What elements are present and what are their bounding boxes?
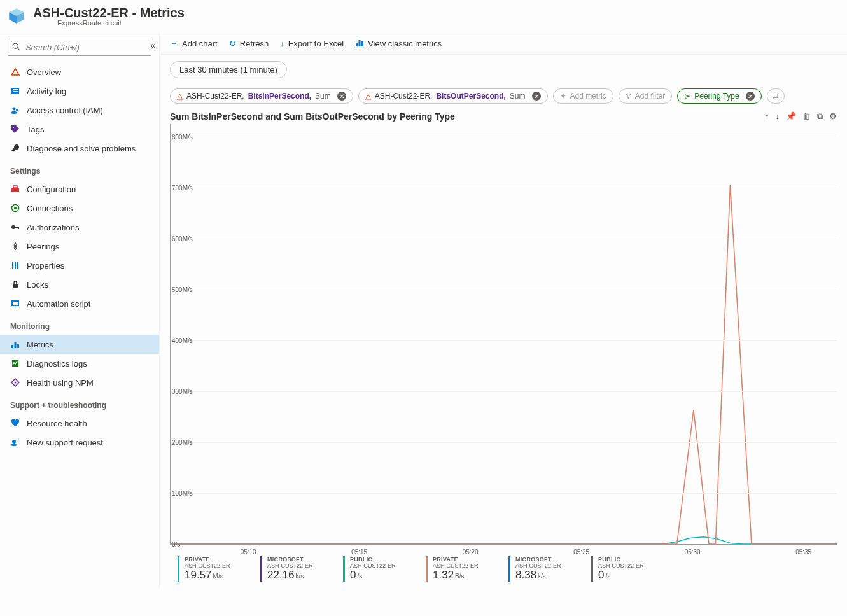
tag-icon [10, 124, 20, 134]
sidebar-item-diagnose-and-solve-problems[interactable]: Diagnose and solve problems [0, 139, 159, 158]
swap-axes-button[interactable]: ⇄ [767, 88, 785, 104]
move-down-icon[interactable]: ↓ [776, 111, 780, 122]
add-metric-button[interactable]: ✦ Add metric [553, 88, 613, 104]
add-filter-button[interactable]: ⋎ Add filter [619, 88, 672, 104]
sidebar-item-tags[interactable]: Tags [0, 120, 159, 139]
sidebar-item-automation-script[interactable]: Automation script [0, 294, 159, 313]
key-icon [10, 222, 20, 232]
x-axis-tick: 05:20 [463, 549, 479, 556]
metric-chip-bitsout[interactable]: △ ASH-Cust22-ER, BitsOutPerSecond, Sum ✕ [358, 88, 548, 104]
view-classic-button[interactable]: View classic metrics [355, 38, 442, 49]
svg-rect-23 [12, 262, 13, 269]
svg-point-9 [13, 108, 16, 111]
sidebar-item-diagnostics-logs[interactable]: Diagnostics logs [0, 354, 159, 373]
legend-category: PUBLIC [350, 556, 410, 563]
legend-item[interactable]: PUBLICASH-CUST22-ER0/s [343, 556, 410, 582]
chart-title: Sum BitsInPerSecond and Sum BitsOutPerSe… [170, 111, 455, 122]
svg-rect-8 [13, 91, 18, 92]
sidebar-item-new-support-request[interactable]: +New support request [0, 433, 159, 452]
time-range-picker[interactable]: Last 30 minutes (1 minute) [170, 61, 287, 78]
add-filter-label: Add filter [635, 92, 665, 101]
sidebar-item-label: Diagnostics logs [27, 359, 87, 368]
svg-rect-40 [361, 41, 363, 46]
bar-chart-icon [355, 38, 364, 49]
grid-line [171, 137, 837, 137]
sidebar-item-health-using-npm[interactable]: Health using NPM [0, 373, 159, 392]
chip-resource: ASH-Cust22-ER, [186, 92, 244, 101]
x-axis-tick: 05:10 [241, 549, 256, 556]
y-axis-tick: 700M/s [172, 184, 193, 191]
splitting-label: Peering Type [694, 92, 739, 101]
sidebar-item-access-control-iam-[interactable]: Access control (IAM) [0, 101, 159, 120]
collapse-icon[interactable]: « [150, 40, 155, 50]
svg-marker-5 [11, 69, 19, 75]
sidebar-item-label: Activity log [27, 87, 66, 96]
settings-icon[interactable]: ⚙ [829, 111, 837, 122]
refresh-icon: ↻ [229, 39, 236, 48]
main-content: ＋ Add chart ↻ Refresh ↓ Export to Excel … [160, 32, 847, 588]
swap-icon: ⇄ [773, 92, 779, 101]
sidebar-item-overview[interactable]: Overview [0, 62, 159, 81]
svg-point-17 [14, 207, 17, 209]
close-icon[interactable]: ✕ [532, 92, 541, 101]
cube-icon [8, 7, 25, 25]
triangle-icon [10, 67, 20, 77]
grid-line [171, 391, 837, 392]
peerings-icon [10, 241, 20, 251]
sidebar-item-configuration[interactable]: Configuration [0, 179, 159, 199]
y-axis-tick: 800M/s [172, 133, 193, 140]
legend-item[interactable]: MICROSOFTASH-CUST22-ER8.38k/s [508, 556, 576, 582]
sidebar-item-label: Properties [27, 261, 64, 270]
sidebar-item-label: Configuration [27, 185, 76, 194]
legend-item[interactable]: MICROSOFTASH-CUST22-ER22.16k/s [260, 556, 328, 582]
chart-canvas[interactable]: 0/s100M/s200M/s300M/s400M/s500M/s600M/s7… [170, 124, 837, 545]
sidebar-group-title: Settings [0, 158, 159, 179]
grid-line [171, 340, 837, 341]
svg-rect-7 [13, 89, 18, 90]
svg-text:+: + [17, 438, 20, 442]
sidebar-item-label: Resource health [27, 419, 87, 428]
sidebar-item-resource-health[interactable]: Resource health [0, 414, 159, 433]
sidebar-item-label: Overview [27, 67, 61, 77]
add-chart-button[interactable]: ＋ Add chart [170, 38, 218, 49]
close-icon[interactable]: ✕ [746, 92, 755, 101]
sidebar-item-locks[interactable]: Locks [0, 275, 159, 294]
search-icon [12, 43, 20, 53]
copy-icon[interactable]: ⧉ [817, 111, 823, 122]
sidebar-item-metrics[interactable]: Metrics [0, 335, 159, 354]
search-input[interactable] [24, 42, 147, 53]
metric-chip-bitsin[interactable]: △ ASH-Cust22-ER, BitsInPerSecond, Sum ✕ [170, 88, 353, 104]
sparkle-icon: ✦ [560, 92, 566, 101]
y-axis-tick: 200M/s [172, 438, 193, 445]
x-axis-tick: 05:30 [685, 549, 701, 556]
sidebar-item-label: Diagnose and solve problems [27, 144, 136, 153]
export-button[interactable]: ↓ Export to Excel [280, 39, 344, 48]
sidebar-item-activity-log[interactable]: Activity log [0, 81, 159, 101]
splitting-chip[interactable]: ⊱ Peering Type ✕ [677, 88, 762, 104]
properties-icon [10, 260, 20, 270]
toolbox-icon [10, 184, 20, 194]
delete-icon[interactable]: 🗑 [802, 111, 811, 122]
grid-line [171, 188, 837, 188]
chip-metric: BitsOutPerSecond, [436, 92, 505, 101]
sidebar-item-authorizations[interactable]: Authorizations [0, 218, 159, 237]
legend-category: PRIVATE [185, 556, 245, 563]
legend-item[interactable]: PRIVATEASH-CUST22-ER1.32B/s [426, 556, 493, 582]
close-icon[interactable]: ✕ [337, 92, 346, 101]
pin-icon[interactable]: 📌 [786, 111, 796, 122]
split-icon: ⊱ [684, 92, 690, 101]
legend-category: MICROSOFT [515, 556, 576, 563]
legend-item[interactable]: PRIVATEASH-CUST22-ER19.57M/s [178, 556, 245, 582]
sidebar-item-connections[interactable]: Connections [0, 199, 159, 218]
wrench-icon [10, 143, 20, 153]
x-axis-tick: 05:15 [351, 549, 367, 556]
move-up-icon[interactable]: ↑ [765, 111, 769, 122]
sidebar-search[interactable] [8, 39, 151, 56]
svg-rect-26 [13, 284, 18, 288]
refresh-button[interactable]: ↻ Refresh [229, 39, 269, 48]
sidebar-item-properties[interactable]: Properties [0, 256, 159, 275]
script-icon [10, 298, 20, 309]
sidebar-item-peerings[interactable]: Peerings [0, 237, 159, 256]
svg-rect-28 [13, 302, 18, 305]
legend-item[interactable]: PUBLICASH-CUST22-ER0/s [591, 556, 659, 582]
